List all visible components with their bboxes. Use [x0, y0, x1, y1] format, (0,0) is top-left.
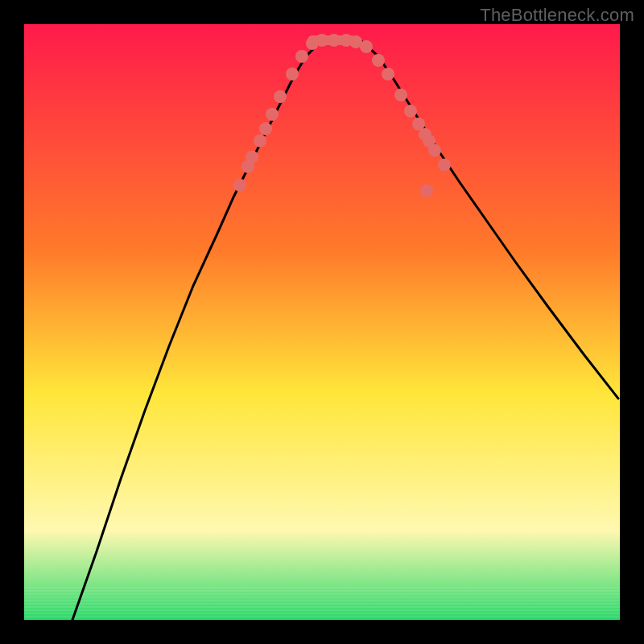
- marker-dot: [246, 151, 258, 163]
- chart-frame: TheBottleneck.com: [0, 0, 644, 644]
- marker-dot: [328, 34, 341, 47]
- marker-dot: [404, 105, 417, 118]
- marker-dot: [382, 68, 394, 80]
- marker-dot: [286, 68, 299, 80]
- marker-dot: [438, 159, 451, 171]
- marker-dot: [316, 34, 328, 47]
- marker-dot: [394, 89, 407, 101]
- marker-dot: [254, 134, 266, 147]
- marker-dot: [420, 184, 433, 197]
- marker-dot: [372, 54, 385, 67]
- marker-dot: [274, 90, 287, 103]
- marker-dot: [266, 108, 279, 121]
- plot-area: [24, 24, 620, 620]
- marker-dot: [259, 122, 272, 135]
- marker-dot: [428, 144, 441, 157]
- chart-svg: [24, 24, 620, 620]
- marker-dot: [233, 179, 246, 192]
- gradient-background: [24, 24, 620, 620]
- watermark-text: TheBottleneck.com: [480, 5, 634, 26]
- marker-dot: [360, 40, 373, 53]
- marker-dot: [295, 50, 308, 63]
